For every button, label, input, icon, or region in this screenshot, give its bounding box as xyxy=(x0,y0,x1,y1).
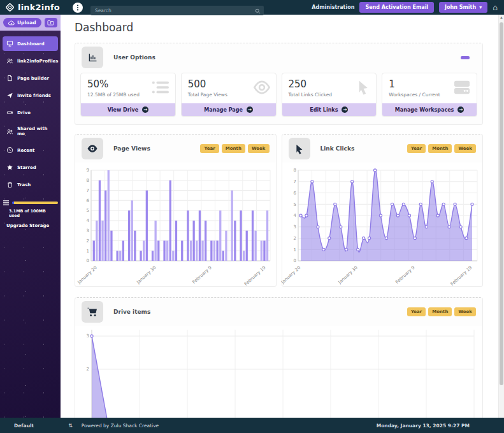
user-options-title: User Options xyxy=(113,54,155,61)
page-title: Dashboard xyxy=(75,21,483,34)
view-drive-button[interactable]: View Drive → xyxy=(81,103,175,116)
sidebar-item-starred[interactable]: Starred xyxy=(3,160,58,175)
eye-icon xyxy=(82,138,103,159)
scrollbar-thumb[interactable] xyxy=(500,22,503,385)
svg-text:7: 7 xyxy=(293,179,296,184)
main-content: Dashboard User Options 50% 12.5MB of 25M… xyxy=(61,15,498,418)
filter-year-button[interactable]: Year xyxy=(200,144,219,153)
users-icon xyxy=(6,57,13,64)
page-views-title: Page Views xyxy=(113,145,150,152)
chart-bar-icon xyxy=(82,47,103,68)
send-activation-email-button[interactable]: Send Activation Email xyxy=(359,2,434,13)
sidebar-item-link2infoprofiles[interactable]: link2infoProfiles xyxy=(3,54,58,68)
list-icon xyxy=(151,79,170,98)
footer: Default ⇅ Powered by Zulu Shack Creative… xyxy=(0,418,504,433)
sidebar-item-recent[interactable]: Recent xyxy=(3,143,58,158)
svg-text:7: 7 xyxy=(87,188,89,193)
svg-text:2: 2 xyxy=(87,367,89,372)
svg-text:5: 5 xyxy=(87,208,89,213)
cursor-icon xyxy=(289,138,310,159)
vertical-scrollbar: ▲ xyxy=(498,15,504,418)
page-views-chart-area: 0123456789January 20January 30February 9… xyxy=(75,163,276,286)
administration-link[interactable]: Administration xyxy=(312,4,354,10)
manage-page-button[interactable]: Manage Page → xyxy=(182,103,276,116)
search-icon xyxy=(255,4,261,17)
sidebar-item-label: Drive xyxy=(17,110,31,115)
sidebar-nav: Dashboard link2infoProfiles Page builder… xyxy=(0,31,61,194)
manage-workspaces-button[interactable]: Manage Workspaces → xyxy=(382,103,477,116)
filter-week-button[interactable]: Week xyxy=(454,307,476,316)
search-input[interactable] xyxy=(90,6,264,15)
sidebar-item-label: Trash xyxy=(17,182,31,187)
sidebar-item-label: Starred xyxy=(17,165,36,170)
footer-datetime: Monday, January 13, 2025 9:27 PM xyxy=(377,423,470,429)
topbar: link2info Administration Send Activation… xyxy=(0,0,504,15)
sidebar-item-drive[interactable]: Drive xyxy=(3,105,58,120)
workspace-selector[interactable]: Default xyxy=(14,423,34,429)
search-bar xyxy=(90,3,264,12)
upload-button[interactable]: Upload xyxy=(3,18,41,27)
sidebar-item-dashboard[interactable]: Dashboard xyxy=(3,36,58,51)
drive-items-title: Drive items xyxy=(113,309,150,315)
user-menu-button[interactable]: John Smith ▾ xyxy=(439,2,487,13)
filter-month-button[interactable]: Month xyxy=(428,144,452,153)
workspaces-icon xyxy=(452,79,472,98)
home-icon[interactable]: ⌂ xyxy=(493,3,498,11)
upload-label: Upload xyxy=(17,20,36,26)
swap-arrows-icon[interactable]: ⇅ xyxy=(68,423,73,429)
cursor-icon xyxy=(354,79,371,99)
stat-card-page-views: 500 Total Page Views Manage Page → xyxy=(181,73,277,117)
collapse-minus-button[interactable] xyxy=(461,56,470,59)
svg-text:6: 6 xyxy=(293,191,296,196)
svg-text:February 9: February 9 xyxy=(192,265,213,285)
svg-text:3: 3 xyxy=(293,224,296,230)
sidebar-item-label: Invite friends xyxy=(17,93,51,98)
svg-text:4: 4 xyxy=(293,213,296,218)
link-clicks-chart-area: 012345678January 20January 30February 9F… xyxy=(282,163,483,286)
drive-items-header: Drive items Year Month Week xyxy=(75,298,482,326)
stat-card-drive: 50% 12.5MB of 25MB used View Drive → xyxy=(80,73,176,117)
link-clicks-filters: Year Month Week xyxy=(407,144,476,153)
drive-icon xyxy=(6,109,13,116)
filter-year-button[interactable]: Year xyxy=(407,144,426,153)
drive-items-chart-area: 32 xyxy=(75,326,482,418)
sidebar-item-invite-friends[interactable]: Invite friends xyxy=(3,88,58,103)
upgrade-storage-link[interactable]: Upgrade Storage xyxy=(6,223,49,228)
logo[interactable]: link2info xyxy=(5,3,60,12)
filter-year-button[interactable]: Year xyxy=(407,307,426,316)
svg-text:4: 4 xyxy=(87,218,90,223)
page-views-filters: Year Month Week xyxy=(200,144,269,153)
logo-text: link2info xyxy=(18,3,60,12)
svg-text:2: 2 xyxy=(87,239,89,244)
filter-week-button[interactable]: Week xyxy=(248,144,270,153)
storage-free-segment xyxy=(14,202,58,204)
view-drive-label: View Drive xyxy=(108,107,138,113)
menu-toggle-button[interactable] xyxy=(73,3,83,13)
filter-month-button[interactable]: Month xyxy=(428,307,452,316)
edit-links-label: Edit Links xyxy=(310,107,338,113)
svg-text:3: 3 xyxy=(87,334,89,339)
scroll-up-arrow-icon[interactable]: ▲ xyxy=(499,15,504,19)
link-clicks-header: Link Clicks Year Month Week xyxy=(282,135,483,163)
user-options-panel: User Options 50% 12.5MB of 25MB used xyxy=(75,43,483,125)
user-options-header: User Options xyxy=(75,43,482,71)
filter-week-button[interactable]: Week xyxy=(454,144,476,153)
edit-links-button[interactable]: Edit Links → xyxy=(282,103,377,116)
user-menu-label: John Smith xyxy=(445,4,476,10)
sidebar-item-shared-with-me[interactable]: Shared with me xyxy=(3,122,58,140)
sidebar-item-trash[interactable]: Trash xyxy=(3,177,58,192)
sidebar-item-page-builder[interactable]: Page builder xyxy=(3,71,58,85)
new-folder-button[interactable] xyxy=(45,18,57,27)
drive-items-filters: Year Month Week xyxy=(407,307,476,316)
sidebar-item-label: Recent xyxy=(17,148,34,153)
link-clicks-card: Link Clicks Year Month Week 012345678Jan… xyxy=(282,134,484,287)
svg-text:January 30: January 30 xyxy=(136,265,157,286)
svg-text:January 20: January 20 xyxy=(280,265,301,286)
svg-text:February 19: February 19 xyxy=(243,265,267,287)
svg-text:0: 0 xyxy=(293,258,296,263)
svg-text:February 19: February 19 xyxy=(449,265,473,287)
page-icon xyxy=(6,75,13,82)
svg-text:8: 8 xyxy=(87,178,89,183)
filter-month-button[interactable]: Month xyxy=(222,144,245,153)
svg-text:9: 9 xyxy=(87,168,89,173)
